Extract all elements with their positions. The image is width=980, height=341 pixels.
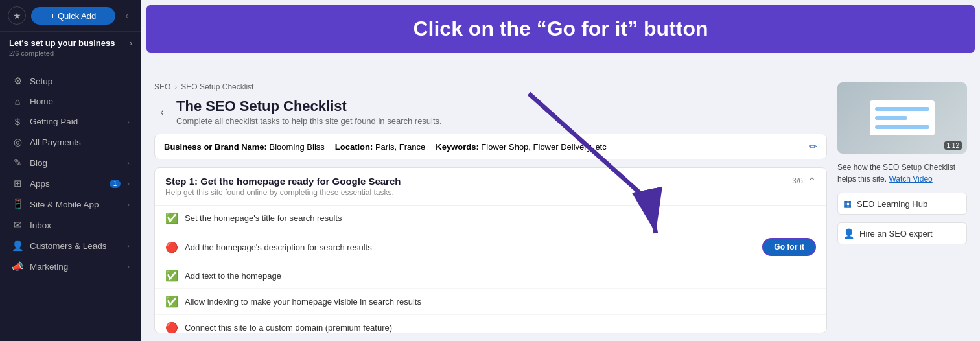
annotation-text: Click on the “Go for it” button <box>413 17 708 40</box>
right-panel: 1:12 See how the SEO Setup Checklist hel… <box>837 82 967 333</box>
step-counter: 3/6 ⌃ <box>792 176 816 186</box>
sidebar-item-inbox[interactable]: ✉ Inbox <box>3 215 139 235</box>
sidebar-top: ★ + Quick Add ‹ <box>0 0 141 32</box>
status-green-icon: ✅ <box>165 270 178 282</box>
chevron-icon: › <box>127 159 130 167</box>
dollar-icon: $ <box>12 116 23 127</box>
sidebar-item-label: Home <box>30 97 130 106</box>
mobile-icon: 📱 <box>12 198 23 210</box>
content-area: SEO › SEO Setup Checklist ‹ The SEO Setu… <box>141 75 980 341</box>
seo-learning-hub-link[interactable]: ▦ SEO Learning Hub <box>837 193 967 215</box>
item-label: Allow indexing to make your homepage vis… <box>185 297 816 307</box>
step-header: Step 1: Get the homepage ready for Googl… <box>155 168 826 206</box>
step-desc: Help get this site found online by compl… <box>165 188 401 197</box>
payments-icon: ◎ <box>12 136 23 148</box>
status-green-icon: ✅ <box>165 212 178 224</box>
chevron-icon: › <box>127 242 130 250</box>
sidebar-item-customers-leads[interactable]: 👤 Customers & Leads › <box>3 235 139 256</box>
learning-hub-label: SEO Learning Hub <box>857 199 928 209</box>
item-label: Add the homepage's description for searc… <box>185 242 756 252</box>
edit-info-icon[interactable]: ✏ <box>809 141 817 152</box>
sidebar-nav: ⚙ Setup ⌂ Home $ Getting Paid › ◎ All Pa… <box>0 68 141 279</box>
video-line <box>875 107 929 111</box>
sidebar-collapse-button[interactable]: ‹ <box>121 9 134 22</box>
sidebar-item-getting-paid[interactable]: $ Getting Paid › <box>3 112 139 132</box>
location-field: Location: Paris, France <box>335 142 425 152</box>
video-duration: 1:12 <box>944 141 962 150</box>
sidebar-divider <box>9 64 132 64</box>
checklist-item: ✅ Add text to the homepage <box>155 263 826 289</box>
hire-expert-label: Hire an SEO expert <box>859 229 933 239</box>
sidebar-item-setup[interactable]: ⚙ Setup <box>3 71 139 91</box>
breadcrumb: SEO › SEO Setup Checklist <box>154 82 827 91</box>
sidebar-item-label: Apps <box>30 179 103 189</box>
expand-button[interactable]: ⌃ <box>808 176 816 186</box>
sidebar-item-home[interactable]: ⌂ Home <box>3 91 139 112</box>
apps-badge: 1 <box>110 180 121 188</box>
keywords-field: Keywords: Flower Shop, Flower Delivery, … <box>436 142 606 152</box>
home-icon: ⌂ <box>12 96 23 107</box>
page-title-block: The SEO Setup Checklist Complete all che… <box>176 98 442 126</box>
item-label: Connect this site to a custom domain (pr… <box>185 323 816 333</box>
sidebar-item-marketing[interactable]: 📣 Marketing › <box>3 256 139 277</box>
step-title: Step 1: Get the homepage ready for Googl… <box>165 176 401 187</box>
sidebar-item-label: All Payments <box>30 137 130 147</box>
step-counter-value: 3/6 <box>792 176 803 185</box>
checklist-item: 🔴 Add the homepage's description for sea… <box>155 231 826 263</box>
hire-seo-expert-link[interactable]: 👤 Hire an SEO expert <box>837 222 967 244</box>
business-title: Let's set up your business › <box>9 38 132 48</box>
go-for-it-button[interactable]: Go for it <box>762 238 816 256</box>
status-green-icon: ✅ <box>165 296 178 308</box>
checklist-item: ✅ Set the homepage's title for search re… <box>155 206 826 231</box>
sidebar-item-label: Getting Paid <box>30 117 121 126</box>
right-panel-description: See how the SEO Setup Checklist helps th… <box>837 161 967 185</box>
sidebar-item-label: Site & Mobile App <box>30 200 121 209</box>
sidebar: ★ + Quick Add ‹ Let's set up your busine… <box>0 0 141 341</box>
sidebar-item-all-payments[interactable]: ◎ All Payments <box>3 132 139 152</box>
video-line <box>875 116 907 120</box>
chevron-icon: › <box>127 180 130 187</box>
business-section: Let's set up your business › 2/6 complet… <box>0 32 141 60</box>
setup-icon: ⚙ <box>12 75 23 87</box>
sidebar-item-apps[interactable]: ⊞ Apps 1 › <box>3 173 139 194</box>
item-label: Set the homepage's title for search resu… <box>185 213 816 223</box>
annotation-banner: Click on the “Go for it” button <box>146 5 975 53</box>
chevron-icon: › <box>127 200 130 208</box>
blog-icon: ✎ <box>12 157 23 169</box>
business-label: Business or Brand Name: Blooming Bliss <box>164 142 325 152</box>
checklist-item: 🔴 Connect this site to a custom domain (… <box>155 315 826 333</box>
marketing-icon: 📣 <box>12 261 23 272</box>
status-red-icon: 🔴 <box>165 241 178 253</box>
sidebar-item-blog[interactable]: ✎ Blog › <box>3 152 139 173</box>
left-panel: SEO › SEO Setup Checklist ‹ The SEO Setu… <box>154 82 827 333</box>
watch-video-link[interactable]: Watch Video <box>889 174 932 183</box>
star-icon[interactable]: ★ <box>8 6 26 25</box>
video-thumbnail[interactable]: 1:12 <box>837 82 967 154</box>
sidebar-item-label: Customers & Leads <box>30 241 121 251</box>
quick-add-button[interactable]: + Quick Add <box>31 7 115 25</box>
breadcrumb-seo[interactable]: SEO <box>154 82 170 91</box>
video-line <box>875 125 929 129</box>
step-card: Step 1: Get the homepage ready for Googl… <box>154 167 827 333</box>
checklist-item: ✅ Allow indexing to make your homepage v… <box>155 289 826 315</box>
breadcrumb-chevron: › <box>174 82 177 91</box>
page-header: ‹ The SEO Setup Checklist Complete all c… <box>154 98 827 126</box>
video-thumb-inner <box>870 100 935 135</box>
info-bar: Business or Brand Name: Blooming Bliss L… <box>154 134 827 159</box>
page-subtitle: Complete all checklist tasks to help thi… <box>176 116 442 126</box>
customers-icon: 👤 <box>12 240 23 252</box>
sidebar-item-label: Blog <box>30 158 121 168</box>
chevron-icon: › <box>127 263 130 270</box>
learning-hub-icon: ▦ <box>843 198 852 209</box>
chevron-icon: › <box>127 118 130 126</box>
business-progress: 2/6 completed <box>9 49 132 57</box>
status-red-icon: 🔴 <box>165 322 178 333</box>
back-button[interactable]: ‹ <box>154 104 170 120</box>
inbox-icon: ✉ <box>12 219 23 231</box>
apps-icon: ⊞ <box>12 178 23 189</box>
sidebar-item-label: Marketing <box>30 262 121 272</box>
breadcrumb-checklist[interactable]: SEO Setup Checklist <box>181 82 253 91</box>
hire-expert-icon: 👤 <box>843 228 854 239</box>
sidebar-item-site-mobile[interactable]: 📱 Site & Mobile App › <box>3 194 139 215</box>
item-label: Add text to the homepage <box>185 271 816 281</box>
